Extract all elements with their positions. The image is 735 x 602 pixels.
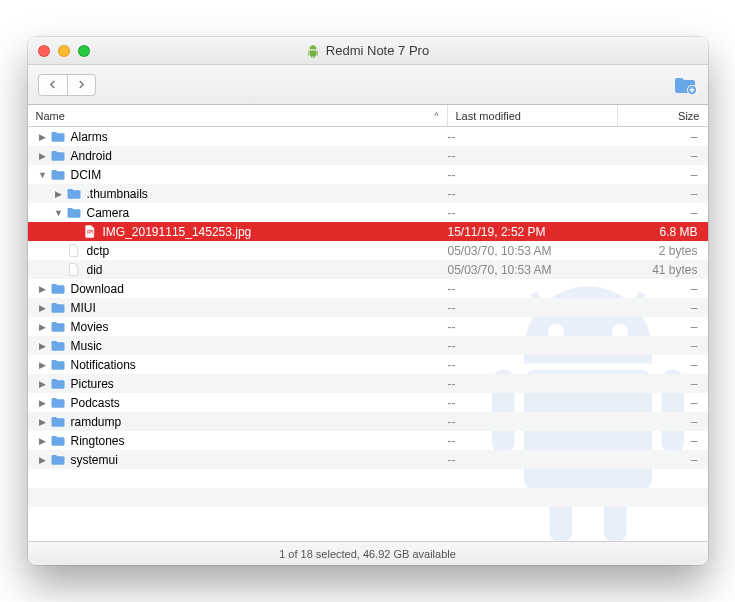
header-name[interactable]: Name ^ (28, 105, 448, 126)
file-size: – (618, 130, 708, 144)
modified-date: 05/03/70, 10:53 AM (448, 263, 618, 277)
table-row[interactable]: ▼DCIM--– (28, 165, 708, 184)
modified-date: -- (448, 396, 618, 410)
file-name: Alarms (71, 130, 108, 144)
disclosure-closed-icon[interactable]: ▶ (38, 379, 48, 389)
file-size: – (618, 301, 708, 315)
folder-icon (50, 415, 66, 428)
disclosure-closed-icon[interactable]: ▶ (38, 303, 48, 313)
folder-icon (50, 339, 66, 352)
nav-segment (38, 74, 96, 96)
folder-icon (50, 453, 66, 466)
disclosure-open-icon[interactable]: ▼ (38, 170, 48, 180)
file-name: systemui (71, 453, 118, 467)
disclosure-open-icon[interactable]: ▼ (54, 208, 64, 218)
modified-date: -- (448, 377, 618, 391)
file-size: – (618, 339, 708, 353)
image-file-icon (82, 225, 98, 238)
back-button[interactable] (39, 75, 67, 95)
table-row[interactable]: ▶Music--– (28, 336, 708, 355)
file-icon (66, 244, 82, 257)
table-row[interactable]: ▶Download--– (28, 279, 708, 298)
file-name: .thumbnails (87, 187, 148, 201)
modified-date: -- (448, 358, 618, 372)
disclosure-closed-icon[interactable]: ▶ (38, 417, 48, 427)
disclosure-closed-icon[interactable]: ▶ (38, 132, 48, 142)
header-size-label: Size (678, 110, 699, 122)
table-row[interactable]: ▶Movies--– (28, 317, 708, 336)
window-controls (28, 45, 90, 57)
file-icon (66, 263, 82, 276)
file-size: – (618, 434, 708, 448)
file-size: – (618, 206, 708, 220)
file-name: Podcasts (71, 396, 120, 410)
modified-date: -- (448, 130, 618, 144)
file-size: 41 bytes (618, 263, 708, 277)
file-size: – (618, 453, 708, 467)
column-headers: Name ^ Last modified Size (28, 105, 708, 127)
table-row[interactable]: dctp05/03/70, 10:53 AM2 bytes (28, 241, 708, 260)
table-row[interactable]: ▼Camera--– (28, 203, 708, 222)
file-size: – (618, 377, 708, 391)
titlebar[interactable]: Redmi Note 7 Pro (28, 37, 708, 65)
folder-icon (50, 377, 66, 390)
modified-date: -- (448, 301, 618, 315)
file-size: 6.8 MB (618, 225, 708, 239)
forward-button[interactable] (67, 75, 95, 95)
file-name: dctp (87, 244, 110, 258)
file-name: IMG_20191115_145253.jpg (103, 225, 252, 239)
table-row[interactable]: ▶.thumbnails--– (28, 184, 708, 203)
file-name: Music (71, 339, 102, 353)
disclosure-closed-icon[interactable]: ▶ (38, 398, 48, 408)
zoom-button[interactable] (78, 45, 90, 57)
modified-date: -- (448, 168, 618, 182)
disclosure-closed-icon[interactable]: ▶ (38, 284, 48, 294)
table-row[interactable]: ▶Pictures--– (28, 374, 708, 393)
table-row[interactable]: ▶ramdump--– (28, 412, 708, 431)
disclosure-closed-icon[interactable]: ▶ (38, 360, 48, 370)
file-name: DCIM (71, 168, 102, 182)
file-name: Android (71, 149, 112, 163)
disclosure-closed-icon[interactable]: ▶ (54, 189, 64, 199)
window-title-text: Redmi Note 7 Pro (326, 43, 429, 58)
file-name: Ringtones (71, 434, 125, 448)
table-row[interactable]: ▶systemui--– (28, 450, 708, 469)
table-row[interactable]: ▶Notifications--– (28, 355, 708, 374)
disclosure-closed-icon[interactable]: ▶ (38, 455, 48, 465)
close-button[interactable] (38, 45, 50, 57)
folder-icon (50, 301, 66, 314)
disclosure-closed-icon[interactable]: ▶ (38, 436, 48, 446)
file-name: MIUI (71, 301, 96, 315)
disclosure-closed-icon[interactable]: ▶ (38, 151, 48, 161)
file-name: Download (71, 282, 124, 296)
modified-date: -- (448, 415, 618, 429)
minimize-button[interactable] (58, 45, 70, 57)
table-row[interactable]: ▶Podcasts--– (28, 393, 708, 412)
table-row[interactable]: ▶Ringtones--– (28, 431, 708, 450)
disclosure-closed-icon[interactable]: ▶ (38, 341, 48, 351)
file-size: – (618, 358, 708, 372)
file-list[interactable]: ▶Alarms--–▶Android--–▼DCIM--–▶.thumbnail… (28, 127, 708, 541)
file-size: – (618, 320, 708, 334)
table-row[interactable]: ▶Android--– (28, 146, 708, 165)
header-modified[interactable]: Last modified (448, 105, 618, 126)
modified-date: -- (448, 149, 618, 163)
header-name-label: Name (36, 110, 65, 122)
file-name: ramdump (71, 415, 122, 429)
disclosure-closed-icon[interactable]: ▶ (38, 322, 48, 332)
folder-icon (50, 396, 66, 409)
folder-icon (50, 168, 66, 181)
table-row[interactable]: ▶Alarms--– (28, 127, 708, 146)
status-text: 1 of 18 selected, 46.92 GB available (279, 548, 456, 560)
table-row[interactable]: ▶MIUI--– (28, 298, 708, 317)
modified-date: -- (448, 320, 618, 334)
table-row[interactable]: did05/03/70, 10:53 AM41 bytes (28, 260, 708, 279)
new-folder-button[interactable] (672, 74, 698, 96)
folder-icon (66, 206, 82, 219)
header-size[interactable]: Size (618, 105, 708, 126)
empty-row (28, 469, 708, 488)
file-size: – (618, 282, 708, 296)
android-icon (306, 44, 320, 58)
file-size: – (618, 149, 708, 163)
table-row[interactable]: IMG_20191115_145253.jpg15/11/19, 2:52 PM… (28, 222, 708, 241)
